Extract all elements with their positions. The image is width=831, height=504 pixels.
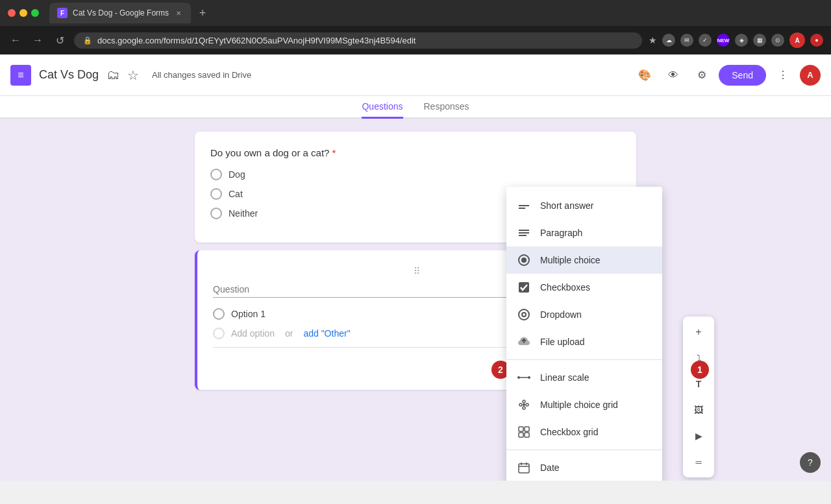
maximize-button[interactable] <box>31 9 39 17</box>
app-logo: ≡ <box>10 65 31 86</box>
menu-item-linear-scale[interactable]: Linear scale <box>506 364 662 391</box>
radio-dog[interactable] <box>210 169 222 180</box>
address-bar: ← → ↺ 🔒 docs.google.com/forms/d/1QrEYytV… <box>0 26 831 54</box>
question-type-dropdown: Short answer Paragraph <box>506 187 662 481</box>
radio-neither[interactable] <box>210 208 222 219</box>
browser-chrome: F Cat Vs Dog - Google Forms ✕ + ← → ↺ 🔒 … <box>0 0 831 54</box>
option-dog: Dog <box>210 169 621 180</box>
ext-icon-3[interactable]: ✓ <box>699 34 712 47</box>
menu-divider-1 <box>506 359 662 360</box>
tab-close-button[interactable]: ✕ <box>174 8 183 18</box>
question-2-input[interactable] <box>213 282 539 298</box>
radio-option-1[interactable] <box>213 308 225 320</box>
saved-status: All changes saved in Drive <box>152 70 251 80</box>
preview-button[interactable]: 👁 <box>662 64 685 87</box>
help-button[interactable]: ? <box>800 452 821 473</box>
svg-point-12 <box>528 376 530 379</box>
svg-rect-20 <box>519 433 523 437</box>
ext-icon-red[interactable]: ● <box>810 34 823 47</box>
add-question-button[interactable]: + <box>687 320 710 344</box>
back-button[interactable]: ← <box>8 32 23 48</box>
user-avatar-browser[interactable]: A <box>789 32 805 48</box>
short-answer-icon <box>517 198 531 213</box>
star-icon[interactable]: ☆ <box>127 67 139 83</box>
lock-icon: 🔒 <box>83 36 92 45</box>
svg-point-14 <box>523 403 525 406</box>
question-1-text: Do you own a dog or a cat?* <box>210 147 621 158</box>
dropdown-icon <box>517 307 531 322</box>
minimize-button[interactable] <box>19 9 27 17</box>
checkbox-grid-icon <box>517 425 531 439</box>
app-header: ≡ Cat Vs Dog 🗂 ☆ All changes saved in Dr… <box>0 54 831 96</box>
refresh-button[interactable]: ↺ <box>52 32 68 48</box>
ext-icon-1[interactable]: ☁ <box>662 34 675 47</box>
menu-item-checkbox-grid[interactable]: Checkbox grid <box>506 418 662 446</box>
side-toolbar: + ⤵ T 🖼 ▶ ═ <box>683 317 714 477</box>
url-text: docs.google.com/forms/d/1QrEYytV662N0O5a… <box>97 36 416 45</box>
svg-rect-18 <box>519 427 523 431</box>
menu-item-file-upload[interactable]: File upload <box>506 328 662 355</box>
settings-button[interactable]: ⚙ <box>690 64 713 87</box>
required-indicator: * <box>332 147 336 158</box>
url-bar[interactable]: 🔒 docs.google.com/forms/d/1QrEYytV662N0O… <box>74 32 642 49</box>
svg-point-9 <box>522 313 526 317</box>
svg-point-10 <box>517 376 520 379</box>
menu-item-checkboxes[interactable]: Checkboxes <box>506 274 662 301</box>
palette-button[interactable]: 🎨 <box>633 64 656 87</box>
checkboxes-icon <box>517 280 531 294</box>
add-other-link[interactable]: add "Other" <box>303 328 350 339</box>
add-video-button[interactable]: ▶ <box>687 424 710 448</box>
menu-item-multiple-choice[interactable]: Multiple choice <box>506 246 662 274</box>
menu-item-date[interactable]: Date <box>506 454 662 481</box>
add-section-button[interactable]: ═ <box>687 450 710 474</box>
linear-scale-icon <box>517 370 531 385</box>
ext-icon-5[interactable]: ▦ <box>753 34 766 47</box>
svg-rect-21 <box>525 433 529 437</box>
multiple-choice-icon <box>517 253 531 267</box>
main-content: Questions Responses Do you own a dog or … <box>0 96 831 481</box>
close-button[interactable] <box>8 9 16 17</box>
menu-item-short-answer[interactable]: Short answer <box>506 192 662 219</box>
tab-responses[interactable]: Responses <box>424 96 469 119</box>
tab-bar: F Cat Vs Dog - Google Forms ✕ + <box>44 1 823 25</box>
app-title: Cat Vs Dog <box>39 68 99 82</box>
paragraph-icon <box>517 226 531 240</box>
tab-title: Cat Vs Dog - Google Forms <box>73 8 169 18</box>
ext-icon-new[interactable]: NEW <box>717 34 730 47</box>
active-tab[interactable]: F Cat Vs Dog - Google Forms ✕ <box>49 3 191 23</box>
svg-point-13 <box>523 400 525 403</box>
tab-questions[interactable]: Questions <box>362 96 403 119</box>
radio-add-option[interactable] <box>213 328 225 339</box>
traffic-lights <box>8 9 39 17</box>
svg-point-15 <box>523 407 525 409</box>
ext-icon-2[interactable]: ✉ <box>680 34 693 47</box>
menu-scroll-area: Short answer Paragraph <box>506 192 662 481</box>
ext-icon-4[interactable]: ◈ <box>735 34 748 47</box>
radio-cat[interactable] <box>210 188 222 200</box>
ext-icon-6[interactable]: ⊙ <box>771 34 784 47</box>
badge-1: 1 <box>691 361 709 379</box>
svg-point-16 <box>519 403 522 406</box>
send-button[interactable]: Send <box>719 65 766 86</box>
bookmark-star-icon[interactable]: ★ <box>649 35 657 45</box>
forward-button[interactable]: → <box>30 32 45 48</box>
add-image-button[interactable]: 🖼 <box>687 398 710 422</box>
mc-grid-icon <box>517 398 531 412</box>
svg-point-8 <box>519 309 529 320</box>
content-tabs-bar: Questions Responses <box>0 96 831 119</box>
folder-icon[interactable]: 🗂 <box>106 67 119 82</box>
tab-favicon: F <box>57 8 68 18</box>
menu-item-paragraph[interactable]: Paragraph <box>506 219 662 246</box>
menu-item-dropdown[interactable]: Dropdown <box>506 301 662 328</box>
svg-point-6 <box>521 258 527 263</box>
menu-item-mc-grid[interactable]: Multiple choice grid <box>506 391 662 418</box>
header-right: 🎨 👁 ⚙ Send ⋮ A <box>633 64 821 87</box>
file-upload-icon <box>517 335 531 349</box>
user-avatar[interactable]: A <box>800 65 821 86</box>
address-actions: ★ ☁ ✉ ✓ NEW ◈ ▦ ⊙ A ● <box>649 32 823 48</box>
date-icon <box>517 461 531 475</box>
title-bar: F Cat Vs Dog - Google Forms ✕ + <box>0 0 831 26</box>
new-tab-button[interactable]: + <box>193 4 212 22</box>
more-options-button[interactable]: ⋮ <box>771 64 795 87</box>
svg-rect-22 <box>519 464 529 473</box>
